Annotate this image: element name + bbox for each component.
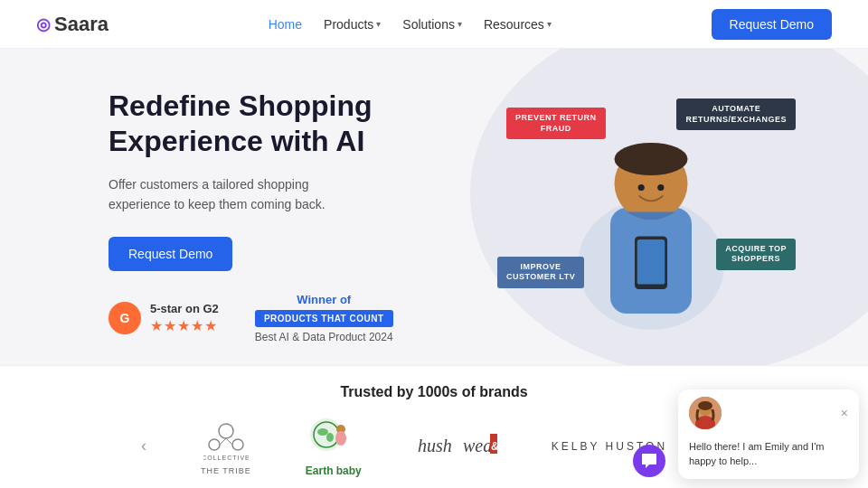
svg-line-11 (220, 438, 226, 445)
hero-subtext: Offer customers a tailored shopping expe… (108, 174, 362, 215)
nav-home[interactable]: Home (269, 17, 302, 32)
svg-point-3 (615, 143, 688, 175)
chat-body: Hello there! I am Emily and I'm happy to… (678, 436, 859, 479)
navbar: ◎ Saara Home Products ▾ Solutions ▾ Reso… (0, 0, 868, 49)
nav-products[interactable]: Products ▾ (324, 17, 381, 32)
svg-point-6 (638, 184, 645, 191)
badges-row: G 5-star on G2 ★★★★★ Winner of PRODUCTS … (108, 293, 393, 343)
chat-widget: × Hello there! I am Emily and I'm happy … (678, 389, 859, 479)
label-acquire-shoppers: ACQUIRE TOPSHOPPERS (716, 239, 796, 270)
earth-baby-text: Earth baby (306, 465, 362, 477)
g2-info: 5-star on G2 ★★★★★ (150, 302, 219, 334)
chat-close-button[interactable]: × (841, 406, 848, 420)
chat-avatar (689, 397, 722, 429)
products-chevron: ▾ (376, 19, 381, 29)
g2-label: 5-star on G2 (150, 302, 219, 315)
svg-text:&: & (491, 440, 497, 453)
logo-text: Saara (54, 13, 108, 36)
chat-header: × (678, 389, 859, 436)
svg-point-8 (219, 424, 233, 438)
svg-text:COLLECTIVE: COLLECTIVE (203, 455, 249, 461)
svg-line-12 (226, 438, 232, 445)
winner-suffix: Best AI & Data Product 2024 (255, 331, 393, 343)
svg-point-9 (209, 439, 220, 450)
label-automate-returns: AUTOMATERETURNS/EXCHANGES (676, 99, 796, 130)
brand-hush-wear[interactable]: hush wear & (416, 427, 497, 466)
logo[interactable]: ◎ Saara (36, 13, 108, 36)
label-prevent-fraud: PREVENT RETURNFRAUD (506, 108, 606, 139)
svg-point-27 (698, 401, 712, 410)
nav-solutions[interactable]: Solutions ▾ (402, 17, 462, 32)
request-demo-button-hero[interactable]: Request Demo (108, 237, 232, 271)
svg-text:hush: hush (418, 436, 452, 455)
logo-icon: ◎ (36, 14, 51, 34)
prev-arrow[interactable]: ‹ (141, 436, 146, 455)
resources-chevron: ▾ (547, 19, 552, 29)
chat-toggle-bubble[interactable] (633, 445, 665, 477)
g2-stars: ★★★★★ (150, 317, 219, 334)
hero-text: Redefine Shopping Experience with AI Off… (108, 89, 393, 343)
hero-headline: Redefine Shopping Experience with AI (108, 89, 393, 158)
tribe-name: The Tribe (201, 466, 251, 475)
svg-point-10 (232, 439, 243, 450)
svg-point-17 (326, 433, 334, 442)
hero-image: PREVENT RETURNFRAUD AUTOMATERETURNS/EXCH… (506, 89, 796, 343)
winner-prefix: Winner of (255, 293, 393, 306)
brand-the-tribe[interactable]: COLLECTIVE The Tribe (201, 418, 251, 475)
earth-baby-icon (307, 415, 361, 465)
tribe-icon: COLLECTIVE (203, 418, 249, 463)
solutions-chevron: ▾ (458, 19, 462, 29)
hush-wear-icon: hush wear & (416, 427, 497, 463)
winner-tag: PRODUCTS THAT COUNT (255, 310, 393, 327)
g2-badge: G 5-star on G2 ★★★★★ (108, 302, 219, 334)
svg-point-7 (657, 184, 664, 191)
svg-point-16 (317, 428, 328, 436)
svg-point-19 (335, 431, 346, 446)
chat-bubble-icon (640, 452, 658, 470)
label-improve-ltv: IMPROVECUSTOMER LTV (497, 257, 584, 288)
brand-earth-baby[interactable]: Earth baby (306, 415, 362, 477)
hero-section: Redefine Shopping Experience with AI Off… (0, 49, 868, 365)
chat-greeting: Hello there! I am Emily and I'm happy to… (689, 440, 848, 468)
svg-rect-5 (637, 239, 665, 285)
request-demo-button-nav[interactable]: Request Demo (712, 9, 832, 40)
g2-icon: G (108, 302, 141, 334)
winner-badge: Winner of PRODUCTS THAT COUNT Best AI & … (255, 293, 393, 343)
nav-resources[interactable]: Resources ▾ (484, 17, 552, 32)
emily-avatar (689, 397, 722, 429)
nav-links: Home Products ▾ Solutions ▾ Resources ▾ (269, 17, 552, 32)
